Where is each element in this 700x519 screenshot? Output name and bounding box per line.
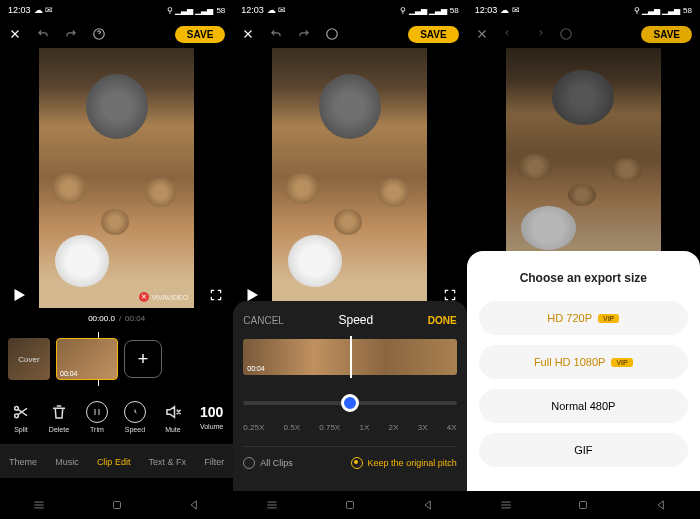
nav-menu-icon[interactable]: [32, 498, 46, 512]
help-icon[interactable]: [325, 27, 339, 41]
help-icon: [559, 27, 573, 41]
speed-slider[interactable]: [243, 389, 456, 419]
radio-off-icon: [243, 457, 255, 469]
keep-pitch-toggle[interactable]: Keep the original pitch: [351, 457, 457, 469]
close-icon[interactable]: [241, 27, 255, 41]
split-button[interactable]: Split: [10, 401, 32, 433]
export-gif-button[interactable]: GIF: [479, 433, 688, 467]
play-icon[interactable]: [10, 286, 28, 304]
fullscreen-icon[interactable]: [209, 288, 223, 302]
svg-rect-3: [113, 502, 120, 509]
nav-menu-icon[interactable]: [265, 498, 279, 512]
vip-badge: VIP: [598, 314, 619, 323]
video-preview[interactable]: [233, 48, 466, 308]
cover-thumb[interactable]: Cover: [8, 338, 50, 380]
nav-back-icon[interactable]: [654, 498, 668, 512]
close-icon: [475, 27, 489, 41]
clip-thumb[interactable]: 00:04: [56, 338, 118, 380]
speed-title: Speed: [338, 313, 373, 327]
svg-rect-5: [346, 502, 353, 509]
editor-header: SAVE: [233, 20, 466, 48]
vip-badge: VIP: [611, 358, 632, 367]
editor-header: SAVE: [467, 20, 700, 48]
svg-point-4: [327, 29, 338, 40]
clip-toolbar: Split Delete Trim Speed Mute 100Volume: [0, 390, 233, 444]
undo-icon: [503, 27, 517, 41]
trim-button[interactable]: Trim: [86, 401, 108, 433]
nav-menu-icon[interactable]: [499, 498, 513, 512]
save-button: SAVE: [641, 26, 692, 43]
status-time: 12:03: [8, 5, 31, 15]
speed-panel: CANCEL Speed DONE 00:04 0.25X 0.5X 0.75X…: [233, 301, 466, 491]
editor-header: SAVE: [0, 20, 233, 48]
undo-icon[interactable]: [269, 27, 283, 41]
tab-filter[interactable]: Filter: [204, 457, 224, 467]
all-clips-toggle[interactable]: All Clips: [243, 457, 293, 469]
volume-button[interactable]: 100Volume: [200, 404, 223, 430]
export-720p-button[interactable]: HD 720PVIP: [479, 301, 688, 335]
undo-icon[interactable]: [36, 27, 50, 41]
speed-ticks: 0.25X 0.5X 0.75X 1X 2X 3X 4X: [243, 423, 456, 432]
export-1080p-button[interactable]: Full HD 1080PVIP: [479, 345, 688, 379]
redo-icon[interactable]: [297, 27, 311, 41]
export-title: Choose an export size: [479, 271, 688, 285]
status-bar: 12:03☁ ✉ ⚲ ▁▃▅ ▁▃▅58: [233, 0, 466, 20]
tab-clip-edit[interactable]: Clip Edit: [97, 457, 131, 467]
video-preview[interactable]: ✕VIVAVIDEO: [0, 48, 233, 308]
android-nav-bar: [467, 491, 700, 519]
nav-back-icon[interactable]: [187, 498, 201, 512]
watermark[interactable]: ✕VIVAVIDEO: [139, 292, 188, 302]
speed-playhead[interactable]: [350, 336, 352, 378]
radio-on-icon: [351, 457, 363, 469]
android-nav-bar: [0, 491, 233, 519]
delete-button[interactable]: Delete: [48, 401, 70, 433]
save-button[interactable]: SAVE: [408, 26, 459, 43]
bottom-tabs: Theme Music Clip Edit Text & Fx Filter: [0, 444, 233, 478]
nav-home-icon[interactable]: [110, 498, 124, 512]
add-clip-button[interactable]: +: [124, 340, 162, 378]
close-icon[interactable]: [8, 27, 22, 41]
nav-home-icon[interactable]: [576, 498, 590, 512]
speed-button[interactable]: Speed: [124, 401, 146, 433]
svg-point-2: [15, 414, 19, 418]
nav-home-icon[interactable]: [343, 498, 357, 512]
android-nav-bar: [233, 491, 466, 519]
redo-icon[interactable]: [64, 27, 78, 41]
export-sheet: Choose an export size HD 720PVIP Full HD…: [467, 251, 700, 491]
export-480p-button[interactable]: Normal 480P: [479, 389, 688, 423]
speed-slider-thumb[interactable]: [341, 394, 359, 412]
speed-cancel-button[interactable]: CANCEL: [243, 315, 284, 326]
tab-text-fx[interactable]: Text & Fx: [149, 457, 187, 467]
svg-point-1: [15, 406, 19, 410]
tab-music[interactable]: Music: [55, 457, 79, 467]
svg-point-6: [560, 29, 571, 40]
tab-theme[interactable]: Theme: [9, 457, 37, 467]
nav-back-icon[interactable]: [421, 498, 435, 512]
save-button[interactable]: SAVE: [175, 26, 226, 43]
mute-button[interactable]: Mute: [162, 401, 184, 433]
svg-rect-7: [580, 502, 587, 509]
speed-timeline[interactable]: 00:04: [243, 339, 456, 375]
status-bar: 12:03☁ ✉ ⚲ ▁▃▅ ▁▃▅58: [467, 0, 700, 20]
fullscreen-icon[interactable]: [443, 288, 457, 302]
status-bar: 12:03☁ ✉ ⚲ ▁▃▅ ▁▃▅58: [0, 0, 233, 20]
speed-done-button[interactable]: DONE: [428, 315, 457, 326]
help-icon[interactable]: [92, 27, 106, 41]
timecode: 00:00.0 / 00:04: [0, 308, 233, 328]
redo-icon: [531, 27, 545, 41]
timeline[interactable]: Cover 00:04 +: [0, 328, 233, 390]
